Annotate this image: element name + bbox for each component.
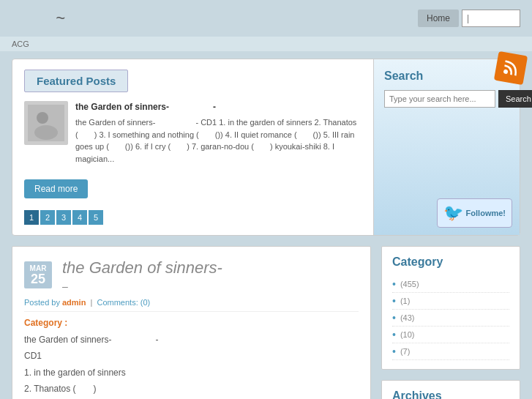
- category-list: (455) (1) (43): [392, 276, 509, 360]
- posted-by-label: Posted by: [24, 298, 60, 307]
- page-btn-5[interactable]: 5: [89, 210, 103, 225]
- svg-point-1: [37, 112, 48, 124]
- featured-left: Featured Posts the Garden of sinners- - …: [12, 59, 373, 235]
- home-button[interactable]: Home: [418, 10, 459, 27]
- page-btn-3[interactable]: 3: [56, 210, 71, 225]
- main-wrapper: Featured Posts the Garden of sinners- - …: [0, 51, 532, 399]
- featured-title: Featured Posts: [37, 75, 116, 87]
- category-count-5: (7): [400, 347, 410, 356]
- read-more-button[interactable]: Read more: [24, 179, 88, 198]
- category-count-1: (455): [400, 280, 419, 288]
- category-item-3[interactable]: (43): [392, 310, 509, 327]
- archives-box: Archives: [381, 380, 520, 399]
- category-item-1[interactable]: (455): [392, 276, 509, 293]
- category-label: Category :: [24, 318, 359, 328]
- svg-point-3: [503, 69, 509, 74]
- sidebar: Category (455) (1): [381, 246, 520, 399]
- post-date-day: 25: [24, 272, 52, 286]
- category-count-4: (10): [400, 330, 415, 339]
- category-link-5[interactable]: (7): [400, 346, 410, 357]
- featured-post-image: [24, 101, 68, 145]
- category-box: Category (455) (1): [381, 246, 520, 370]
- post-author-link[interactable]: admin: [62, 298, 86, 307]
- header-nav: Home: [418, 10, 520, 27]
- category-link-2[interactable]: (1): [400, 296, 410, 306]
- twitter-bird-icon: 🐦: [443, 204, 463, 223]
- category-link-3[interactable]: (43): [400, 313, 415, 323]
- featured-post-content: the Garden of sinners- - the Garden of s…: [75, 101, 361, 165]
- follow-me-label: Followme!: [466, 209, 506, 217]
- category-item-2[interactable]: (1): [392, 293, 509, 310]
- featured-post: the Garden of sinners- - the Garden of s…: [24, 101, 361, 165]
- post-meta: Posted by admin | Comments: (0): [24, 298, 359, 312]
- page-btn-2[interactable]: 2: [40, 210, 55, 225]
- featured-post-desc: the Garden of sinners- - CD1 1. in the g…: [75, 116, 361, 165]
- category-item-5[interactable]: (7): [392, 343, 509, 360]
- post-header: the Garden of sinners- –: [24, 258, 359, 292]
- site-title: ~: [56, 9, 65, 28]
- content-area: MAR 25 the Garden of sinners- – Posted b…: [12, 246, 520, 399]
- featured-right: Search Search 🐦 Followme!: [373, 59, 520, 235]
- featured-section: Featured Posts the Garden of sinners- - …: [12, 59, 520, 236]
- post-body-line-1: the Garden of sinners- -: [24, 332, 359, 347]
- pagination: 1 2 3 4 5: [24, 210, 361, 225]
- follow-me-badge[interactable]: 🐦 Followme!: [437, 198, 512, 228]
- search-input[interactable]: [384, 90, 495, 108]
- post-date-badge: MAR 25: [24, 261, 52, 288]
- page-btn-4[interactable]: 4: [72, 210, 87, 225]
- header: ~ Home: [0, 0, 532, 37]
- rss-icon: [494, 51, 528, 85]
- featured-title-box: Featured Posts: [24, 70, 128, 92]
- featured-post-title: the Garden of sinners- -: [75, 101, 361, 113]
- category-item-4[interactable]: (10): [392, 327, 509, 343]
- search-title: Search: [384, 70, 509, 83]
- post-body-line-3: 1. in the garden of sinners: [24, 365, 359, 380]
- post-body-line-4: 2. Thanatos ( ): [24, 381, 359, 396]
- archives-sidebar-title: Archives: [392, 389, 509, 399]
- svg-point-2: [34, 125, 58, 140]
- category-link-1[interactable]: (455): [400, 279, 419, 289]
- category-count-2: (1): [400, 297, 410, 305]
- comments-count: (0): [141, 298, 150, 307]
- category-count-3: (43): [400, 313, 415, 322]
- post-body-line-2: CD1: [24, 348, 359, 363]
- page-btn-1[interactable]: 1: [24, 210, 39, 225]
- comments-label: Comments:: [97, 298, 138, 307]
- post-main-title: the Garden of sinners-: [24, 258, 359, 277]
- search-button[interactable]: Search: [498, 90, 532, 108]
- main-content: MAR 25 the Garden of sinners- – Posted b…: [12, 246, 371, 399]
- post-body: the Garden of sinners- - CD1 1. in the g…: [24, 332, 359, 399]
- search-row: Search: [384, 90, 509, 108]
- sub-header-label: ACG: [12, 40, 29, 48]
- category-sidebar-title: Category: [392, 256, 509, 269]
- nav-input[interactable]: [462, 10, 520, 27]
- sub-header: ACG: [0, 37, 532, 51]
- post-subtitle: –: [24, 280, 359, 292]
- category-link-4[interactable]: (10): [400, 329, 415, 340]
